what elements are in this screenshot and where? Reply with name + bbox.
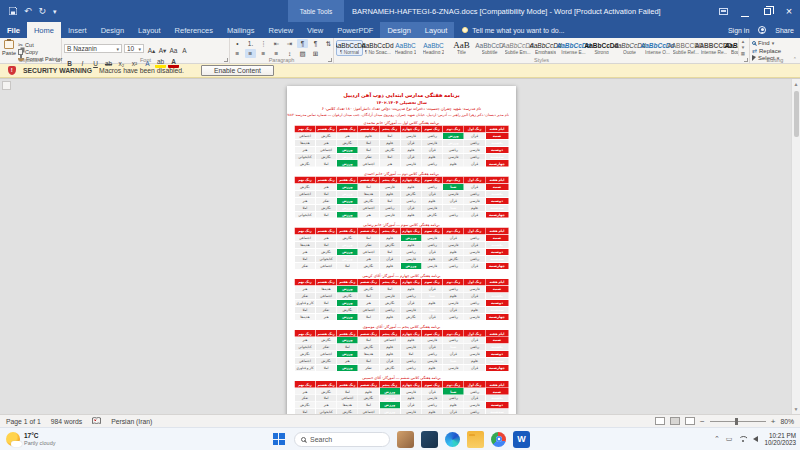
style-subtle-em[interactable]: AaBbCcDdSubtle Em... (504, 40, 531, 56)
sort-button[interactable]: ⇅ (323, 39, 334, 48)
bullets-button[interactable]: • (232, 39, 243, 48)
context-tab-design[interactable]: Design (380, 22, 417, 38)
shrink-font-button[interactable]: A▾ (157, 47, 168, 56)
grow-font-button[interactable]: A▴ (146, 47, 157, 56)
font-size-select[interactable]: 10 (124, 44, 144, 53)
tab-design[interactable]: Design (94, 22, 131, 38)
style-quote[interactable]: AaBbCcDdQuote (616, 40, 643, 56)
copy-button[interactable]: Copy (18, 49, 62, 55)
change-case-button[interactable]: Aa (168, 46, 179, 55)
scroll-down-icon[interactable]: ▼ (794, 404, 799, 413)
styles-scroll-down-icon[interactable]: ▼ (741, 45, 745, 50)
word-icon[interactable] (513, 431, 530, 448)
tab-insert[interactable]: Insert (61, 22, 94, 38)
redo-icon[interactable] (39, 7, 47, 16)
save-icon[interactable] (9, 7, 17, 15)
styles-dialog-launcher[interactable] (744, 58, 748, 62)
zoom-slider-thumb[interactable] (735, 418, 738, 425)
web-layout-button[interactable] (685, 417, 695, 425)
clipboard-dialog-launcher[interactable] (56, 58, 60, 62)
close-button[interactable] (778, 0, 800, 22)
taskbar-app-dark-icon[interactable] (421, 431, 438, 448)
style-label: Quote (623, 50, 636, 54)
clear-formatting-button[interactable]: A (179, 46, 190, 55)
tray-app-icon[interactable]: ▭ (726, 435, 733, 443)
zoom-in-button[interactable]: + (771, 417, 776, 426)
font-dialog-launcher[interactable] (224, 58, 228, 62)
taskbar-clock[interactable]: 10:21 PM 10/20/2023 (764, 432, 796, 446)
replace-button[interactable]: Replace (752, 47, 798, 54)
ruler-corner-box[interactable] (2, 81, 11, 90)
proofing-icon[interactable] (92, 417, 101, 426)
page-indicator[interactable]: Page 1 of 1 (6, 418, 41, 425)
vertical-scrollbar[interactable]: ▲ ▼ (791, 79, 800, 414)
taskbar-search[interactable]: Search (294, 432, 390, 447)
subject-cell: ورزش (337, 204, 358, 211)
rtl-direction-button[interactable]: ¶ (297, 39, 308, 48)
volume-icon[interactable] (753, 436, 758, 442)
cut-button[interactable]: ✂Cut (18, 41, 62, 48)
style-book-title[interactable]: AaBbCcDdBook Title (728, 40, 738, 56)
scrollbar-thumb[interactable] (794, 91, 799, 137)
style-intense-re[interactable]: AABBCCDDIntense Re... (700, 40, 727, 56)
style-subtitle[interactable]: AaBbCcDSubtitle (476, 40, 503, 56)
share-button[interactable]: Share (775, 27, 794, 34)
tab-layout[interactable]: Layout (131, 22, 168, 38)
find-button[interactable]: Find (752, 40, 798, 46)
day-cell: چهارشنبه (485, 160, 509, 167)
undo-icon[interactable] (24, 7, 32, 16)
style-heading-1[interactable]: AaBbCHeading 1 (392, 40, 419, 56)
tab-references[interactable]: References (168, 22, 220, 38)
increase-indent-button[interactable]: ⇥ (284, 39, 295, 48)
minimize-button[interactable] (734, 0, 756, 22)
decrease-indent-button[interactable]: ⇤ (271, 39, 282, 48)
zoom-level[interactable]: 80% (780, 418, 794, 425)
read-mode-button[interactable] (655, 417, 665, 425)
tell-me-box[interactable]: Tell me what you want to do... (454, 22, 572, 38)
taskbar-app-icon[interactable] (397, 431, 414, 448)
style-emphasis[interactable]: AaBbCcDdEmphasis (532, 40, 559, 56)
styles-scroll-up-icon[interactable]: ▲ (741, 39, 745, 44)
column-header: زنگ اول (464, 381, 485, 388)
tray-chevron-icon[interactable]: ⌃ (714, 435, 720, 443)
multilevel-list-button[interactable]: ⋮ (258, 39, 269, 48)
paste-button[interactable]: Paste (2, 39, 16, 56)
print-layout-button[interactable] (670, 417, 680, 425)
ltr-direction-button[interactable]: ¶ (310, 39, 321, 48)
word-count[interactable]: 984 words (51, 418, 82, 425)
start-button[interactable] (270, 431, 287, 448)
style-heading-2[interactable]: AaBbCHeading 2 (420, 40, 447, 56)
tab-mailings[interactable]: Mailings (220, 22, 262, 38)
collapse-ribbon-icon[interactable]: ⌃ (793, 56, 797, 62)
restore-button[interactable] (756, 0, 778, 22)
scroll-up-icon[interactable]: ▲ (794, 79, 799, 88)
style-strong[interactable]: AaBbCcDdStrong (588, 40, 615, 56)
style-intense-e[interactable]: AaBbCcDdIntense E... (560, 40, 587, 56)
ribbon-display-options-button[interactable] (712, 0, 734, 22)
numbering-button[interactable]: 1. (245, 39, 256, 48)
zoom-out-button[interactable]: − (700, 417, 705, 426)
tab-home[interactable]: Home (27, 22, 61, 38)
tab-file[interactable]: File (0, 22, 27, 38)
font-name-select[interactable]: B Nazanin (64, 44, 122, 53)
style-title[interactable]: AaBTitle (448, 40, 475, 56)
edge-icon[interactable] (445, 432, 460, 447)
tab-view[interactable]: View (300, 22, 330, 38)
column-header: زنگ ششم (358, 381, 379, 388)
styles-more-icon[interactable]: ▦ (741, 51, 745, 56)
customize-qat-icon[interactable] (53, 7, 57, 16)
tab-powerpdf[interactable]: PowerPDF (330, 22, 380, 38)
weather-widget[interactable]: 17°C Partly cloudy (6, 432, 56, 446)
chrome-icon[interactable] (491, 432, 506, 447)
context-tab-layout[interactable]: Layout (418, 22, 455, 38)
paragraph-dialog-launcher[interactable] (328, 58, 332, 62)
language-indicator[interactable]: Persian (Iran) (111, 418, 152, 425)
style-normal[interactable]: AaBbCcDd¶ Normal (336, 40, 363, 56)
style-no-spac[interactable]: AaBbCcDd¶ No Spac... (364, 40, 391, 56)
file-explorer-icon[interactable] (467, 431, 484, 448)
zoom-slider[interactable] (710, 421, 766, 422)
document-page[interactable]: برنامه هفتگی مدارس ابتدایی ذوب آهن اردبی… (287, 86, 516, 414)
sign-in-link[interactable]: Sign in (728, 27, 749, 34)
tab-review[interactable]: Review (261, 22, 300, 38)
wifi-icon[interactable] (738, 436, 747, 443)
